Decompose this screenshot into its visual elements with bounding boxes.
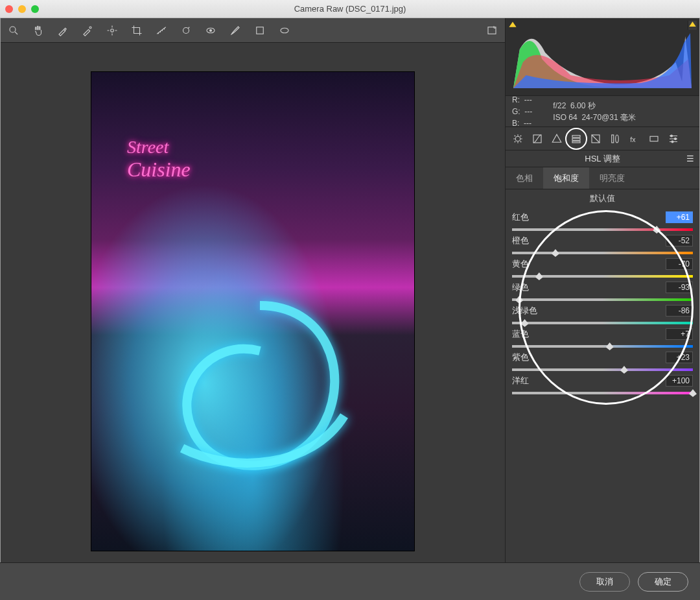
svg-line-1 <box>15 32 18 34</box>
close-window-icon[interactable] <box>5 5 13 13</box>
panel-menu-icon[interactable]: ☰ <box>686 154 694 163</box>
redeye-icon[interactable] <box>203 23 218 38</box>
panel-tabs: fx <box>506 127 699 150</box>
slider-thumb-icon[interactable] <box>689 389 697 397</box>
svg-rect-13 <box>572 138 580 140</box>
footer: 取消 确定 <box>0 562 700 600</box>
targeted-adjustment-icon[interactable] <box>104 23 120 38</box>
slider-thumb-icon[interactable] <box>515 296 523 304</box>
titlebar: Camera Raw (DSC_0171.jpg) <box>0 0 700 18</box>
color-sampler-icon[interactable] <box>80 23 95 38</box>
maximize-window-icon[interactable] <box>31 5 39 13</box>
tab-fx-icon[interactable]: fx <box>626 130 643 147</box>
open-image-icon[interactable] <box>484 23 500 38</box>
slider-value-input[interactable]: +61 <box>666 211 693 223</box>
slider-track[interactable] <box>512 250 693 256</box>
ok-button[interactable]: 确定 <box>638 572 688 592</box>
zoom-tool-icon[interactable] <box>6 23 21 38</box>
slider-label: 黄色 <box>512 258 529 270</box>
slider-row: 红色 +61 <box>512 211 693 235</box>
slider-row: 蓝色 +7 <box>512 328 693 352</box>
tab-basic-icon[interactable] <box>509 130 526 147</box>
svg-rect-16 <box>612 135 614 143</box>
hand-tool-icon[interactable] <box>30 23 46 38</box>
slider-thumb-icon[interactable] <box>521 319 529 327</box>
slider-row: 绿色 -93 <box>512 282 693 305</box>
tab-saturation[interactable]: 饱和度 <box>543 167 589 189</box>
svg-rect-19 <box>650 136 658 141</box>
slider-value-input[interactable]: +23 <box>666 352 693 363</box>
svg-point-20 <box>671 135 673 137</box>
slider-thumb-icon[interactable] <box>620 366 628 374</box>
tab-detail-icon[interactable] <box>548 130 565 147</box>
tab-presets-icon[interactable] <box>665 130 682 147</box>
spot-removal-icon[interactable] <box>178 23 194 38</box>
slider-value-input[interactable]: +100 <box>666 375 693 387</box>
tab-hue[interactable]: 色相 <box>506 167 543 189</box>
slider-value-input[interactable]: -86 <box>666 305 693 317</box>
slider-track[interactable] <box>512 367 693 372</box>
hsl-subtabs: 色相 饱和度 明亮度 <box>506 167 699 189</box>
radial-filter-icon[interactable] <box>277 23 292 38</box>
window-title: Camera Raw (DSC_0171.jpg) <box>294 4 406 14</box>
tab-calibration-icon[interactable] <box>646 130 662 147</box>
defaults-link[interactable]: 默认值 <box>506 189 699 208</box>
slider-row: 浅绿色 -86 <box>512 305 693 328</box>
slider-thumb-icon[interactable] <box>552 249 559 257</box>
svg-point-8 <box>281 28 288 33</box>
tab-hsl-icon[interactable] <box>568 130 585 147</box>
slider-thumb-icon[interactable] <box>606 342 614 350</box>
svg-rect-12 <box>572 135 580 137</box>
svg-point-2 <box>89 27 91 29</box>
crop-tool-icon[interactable] <box>129 23 145 38</box>
preview-image: Street Cuisine <box>91 71 415 551</box>
tab-luminance[interactable]: 明亮度 <box>589 167 635 189</box>
shadow-clip-icon[interactable] <box>508 21 517 30</box>
slider-value-input[interactable]: -70 <box>666 258 693 270</box>
straighten-icon[interactable] <box>154 23 169 38</box>
svg-point-3 <box>111 29 114 32</box>
tab-curve-icon[interactable] <box>529 130 546 147</box>
highlight-clip-icon[interactable] <box>688 21 697 30</box>
slider-label: 紫色 <box>512 352 529 363</box>
svg-rect-14 <box>572 141 580 142</box>
slider-label: 橙色 <box>512 235 529 246</box>
slider-label: 绿色 <box>512 282 529 293</box>
slider-track[interactable] <box>512 390 693 396</box>
meta-readout: R: --- G: --- B: --- f/22 6.00 秒 ISO 64 … <box>506 96 699 127</box>
slider-track[interactable] <box>512 344 693 349</box>
slider-value-input[interactable]: -93 <box>666 282 693 293</box>
minimize-window-icon[interactable] <box>18 5 26 13</box>
left-pane: Street Cuisine − + 46.7% ⌄ Y ◧ <box>1 18 505 599</box>
slider-track[interactable] <box>512 227 693 232</box>
svg-point-10 <box>515 136 520 141</box>
cancel-button[interactable]: 取消 <box>579 572 630 592</box>
tab-lens-icon[interactable] <box>607 130 624 147</box>
slider-row: 黄色 -70 <box>512 258 693 282</box>
histogram[interactable] <box>506 18 699 96</box>
slider-value-input[interactable]: +7 <box>666 328 693 340</box>
svg-point-6 <box>210 29 212 31</box>
slider-value-input[interactable]: -52 <box>666 235 693 246</box>
slider-track[interactable] <box>512 297 693 302</box>
eyedropper-icon[interactable] <box>55 23 71 38</box>
panel-title: HSL 调整 ☰ <box>506 150 699 167</box>
hsl-sliders: 红色 +61 橙色 -52 黄色 -70 绿色 -93 <box>506 208 699 402</box>
slider-label: 洋红 <box>512 375 529 387</box>
slider-thumb-icon[interactable] <box>653 226 660 234</box>
right-panel: R: --- G: --- B: --- f/22 6.00 秒 ISO 64 … <box>505 18 699 599</box>
slider-track[interactable] <box>512 320 693 326</box>
slider-label: 蓝色 <box>512 328 529 340</box>
preview-canvas[interactable]: Street Cuisine <box>1 43 505 580</box>
slider-row: 紫色 +23 <box>512 352 693 375</box>
slider-track[interactable] <box>512 274 693 279</box>
slider-label: 红色 <box>512 211 529 223</box>
slider-row: 洋红 +100 <box>512 375 693 398</box>
svg-point-22 <box>671 141 673 143</box>
graduated-filter-icon[interactable] <box>252 23 268 38</box>
brush-icon[interactable] <box>228 23 243 38</box>
slider-row: 橙色 -52 <box>512 235 693 258</box>
svg-text:fx: fx <box>630 135 636 143</box>
slider-thumb-icon[interactable] <box>535 272 543 280</box>
tab-split-tone-icon[interactable] <box>587 130 604 147</box>
